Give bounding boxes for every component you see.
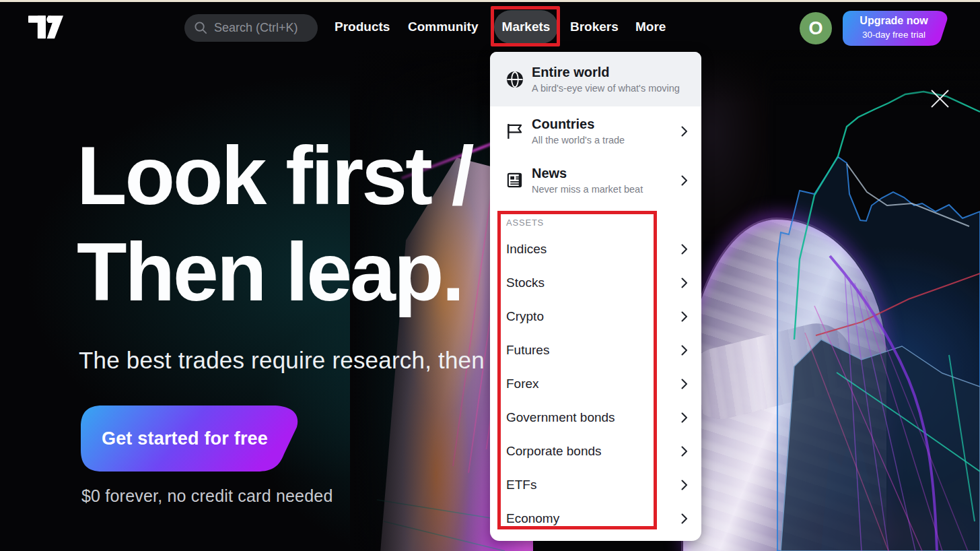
menu-item-title: News <box>532 166 643 181</box>
chevron-right-icon <box>681 412 688 423</box>
chevron-right-icon <box>681 446 688 457</box>
upgrade-now-button[interactable]: Upgrade now 30-day free trial <box>843 11 949 46</box>
chevron-right-icon <box>681 379 688 389</box>
menu-item-economy[interactable]: Economy <box>490 502 701 536</box>
markets-dropdown-menu: Entire world A bird's-eye view of what's… <box>490 52 701 541</box>
screenshot-top-edge-artifact <box>0 0 980 2</box>
flag-icon <box>506 123 532 139</box>
menu-item-subtitle: Never miss a market beat <box>532 184 643 195</box>
menu-item-government-bonds[interactable]: Government bonds <box>490 401 701 434</box>
chevron-right-icon <box>681 244 688 255</box>
tradingview-logo[interactable] <box>28 15 63 40</box>
nav-link-community[interactable]: Community <box>408 0 479 54</box>
hero-heading-line2: Then leap. <box>77 224 473 321</box>
menu-item-crypto[interactable]: Crypto <box>490 300 701 333</box>
user-avatar[interactable]: O <box>800 12 832 44</box>
news-icon <box>506 172 532 189</box>
menu-item-title: Countries <box>532 117 625 132</box>
chevron-right-icon <box>681 311 688 322</box>
menu-item-stocks[interactable]: Stocks <box>490 266 701 300</box>
menu-item-indices[interactable]: Indices <box>490 232 701 266</box>
get-started-button[interactable]: Get started for free <box>81 406 298 472</box>
menu-item-countries[interactable]: Countries All the world's a trade <box>490 106 701 156</box>
menu-item-subtitle: All the world's a trade <box>532 135 625 145</box>
nav-link-products[interactable]: Products <box>335 0 390 54</box>
menu-item-subtitle: A bird's-eye view of what's moving <box>532 83 680 94</box>
globe-icon <box>506 71 532 88</box>
menu-item-etfs[interactable]: ETFs <box>490 468 701 502</box>
hero-subheading: The best trades require research, then <box>79 347 485 374</box>
get-started-button-label: Get started for free <box>81 406 298 472</box>
chevron-right-icon <box>681 345 688 356</box>
search-placeholder: Search (Ctrl+K) <box>214 21 298 35</box>
hero-heading: Look first / Then leap. <box>77 128 473 321</box>
upgrade-title: Upgrade now <box>843 15 945 27</box>
menu-item-entire-world[interactable]: Entire world A bird's-eye view of what's… <box>490 52 701 106</box>
chevron-right-icon <box>681 278 688 288</box>
menu-item-title: Entire world <box>532 65 680 80</box>
menu-item-futures[interactable]: Futures <box>490 333 701 367</box>
upgrade-subtitle: 30-day free trial <box>843 30 945 40</box>
top-navbar: Search (Ctrl+K) Products Community Marke… <box>0 0 980 54</box>
nav-link-more[interactable]: More <box>635 0 666 54</box>
hero-heading-line1: Look first / <box>77 128 473 224</box>
assets-section-label: ASSETS <box>490 205 701 232</box>
nav-link-markets[interactable]: Markets <box>494 10 558 44</box>
nav-link-brokers[interactable]: Brokers <box>570 0 619 54</box>
tradingview-homepage: Look first / Then leap. The best trades … <box>0 0 980 551</box>
chevron-right-icon <box>681 175 688 186</box>
search-input[interactable]: Search (Ctrl+K) <box>184 14 318 42</box>
chevron-right-icon <box>681 480 688 490</box>
menu-item-corporate-bonds[interactable]: Corporate bonds <box>490 434 701 468</box>
chevron-right-icon <box>681 513 688 524</box>
menu-item-forex[interactable]: Forex <box>490 367 701 401</box>
chevron-right-icon <box>681 126 688 137</box>
close-icon[interactable] <box>930 88 950 109</box>
free-plan-note: $0 forever, no credit card needed <box>81 486 333 506</box>
search-icon <box>194 21 208 35</box>
menu-item-news[interactable]: News Never miss a market beat <box>490 156 701 205</box>
